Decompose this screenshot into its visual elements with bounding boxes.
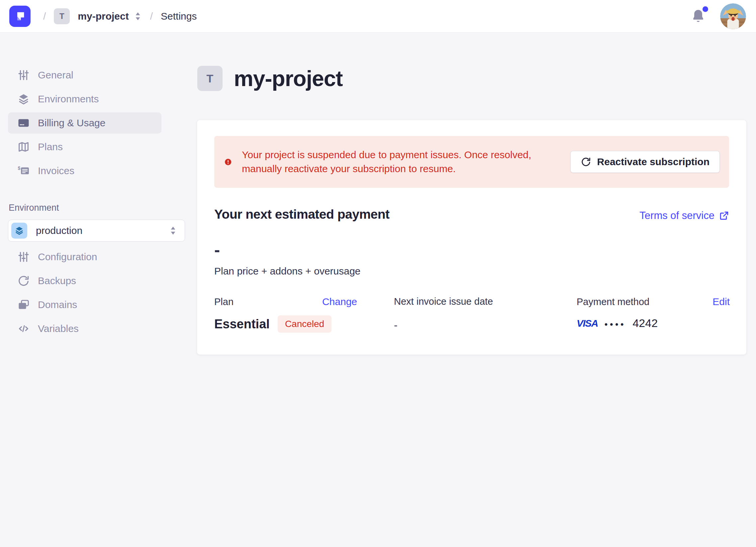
sliders-icon (17, 250, 30, 263)
project-initial-badge: T (54, 8, 70, 24)
receipt-icon: $ (17, 164, 30, 177)
visa-logo: VISA (577, 318, 598, 329)
sidebar-item-label: Configuration (38, 251, 97, 262)
refresh-icon (581, 156, 591, 167)
breadcrumb-current-page: Settings (161, 11, 197, 22)
payment-method-column: Payment method Edit VISA •••• 4242 (577, 296, 730, 333)
edit-payment-method-link[interactable]: Edit (712, 296, 730, 308)
layers-icon (14, 226, 24, 235)
sliders-icon (17, 69, 30, 81)
sidebar-item-label: General (38, 69, 73, 81)
sidebar-item-variables[interactable]: Variables (8, 318, 161, 339)
windows-icon (17, 299, 30, 311)
sidebar-item-environments[interactable]: Environments (8, 88, 161, 110)
sort-arrows-icon (169, 225, 177, 236)
notification-unread-dot (703, 6, 708, 12)
sidebar-item-label: Environments (38, 93, 99, 105)
credit-card-icon (17, 117, 30, 129)
sidebar-item-label: Domains (38, 299, 77, 311)
project-switcher-label: my-project (78, 11, 129, 22)
project-switcher[interactable]: my-project (78, 11, 142, 22)
external-link-icon (719, 211, 729, 221)
user-avatar[interactable] (720, 3, 746, 29)
sidebar-item-backups[interactable]: Backups (8, 270, 161, 292)
page-title-row: T my-project (197, 66, 756, 91)
sidebar-item-label: Invoices (38, 165, 74, 176)
plan-label: Plan (214, 297, 234, 308)
next-invoice-label: Next invoice issue date (394, 296, 493, 307)
sort-arrows-icon (134, 11, 142, 21)
billing-card: Your project is suspended due to payment… (197, 120, 747, 355)
environment-select[interactable]: production (8, 220, 185, 241)
card-last4: 4242 (632, 317, 658, 330)
breadcrumb: / T my-project / Settings (43, 8, 197, 24)
suspended-alert: Your project is suspended due to payment… (214, 136, 729, 188)
next-invoice-value: - (394, 319, 577, 331)
terms-of-service-link[interactable]: Terms of service (639, 210, 729, 222)
top-bar: / T my-project / Settings (0, 0, 756, 33)
next-invoice-column: Next invoice issue date - (394, 296, 577, 333)
settings-sidebar: General Environments Billing & Usage Pla… (0, 33, 186, 342)
payment-formula: Plan price + addons + overusage (214, 265, 729, 277)
strapi-cloud-logo[interactable] (9, 6, 31, 27)
change-plan-link[interactable]: Change (322, 296, 357, 308)
sidebar-item-label: Backups (38, 275, 76, 287)
main-content: T my-project Your project is suspended d… (186, 33, 756, 355)
svg-text:$: $ (18, 165, 21, 171)
sidebar-item-label: Billing & Usage (38, 117, 105, 129)
payment-heading-row: Your next estimated payment Terms of ser… (214, 207, 729, 222)
refresh-icon (17, 275, 30, 287)
billing-details-row: Plan Change Essential Canceled Next invo… (214, 296, 729, 333)
layers-icon (17, 93, 30, 105)
terms-link-label: Terms of service (639, 210, 714, 222)
exclamation-circle-icon (224, 156, 232, 168)
reactivate-button-label: Reactivate subscription (597, 156, 709, 167)
header-actions (691, 3, 746, 29)
map-icon (17, 140, 30, 153)
avatar-image (720, 3, 746, 29)
payment-method-label: Payment method (577, 297, 649, 308)
sidebar-item-domains[interactable]: Domains (8, 294, 161, 316)
sidebar-item-label: Plans (38, 141, 63, 152)
alert-message: Your project is suspended due to payment… (242, 148, 560, 176)
plan-column: Plan Change Essential Canceled (214, 296, 394, 333)
sidebar-item-plans[interactable]: Plans (8, 136, 161, 157)
sidebar-item-configuration[interactable]: Configuration (8, 246, 161, 267)
breadcrumb-separator: / (43, 11, 46, 22)
environment-nav: Configuration Backups Domains Variables (8, 246, 186, 339)
card-mask-dots: •••• (605, 318, 626, 329)
logo-flag-icon (13, 9, 27, 24)
estimated-payment-amount: - (214, 243, 729, 256)
sidebar-item-invoices[interactable]: $ Invoices (8, 160, 161, 181)
page-title: my-project (234, 66, 342, 91)
code-icon (17, 322, 30, 335)
next-payment-heading: Your next estimated payment (214, 207, 390, 222)
environment-icon-tile (11, 223, 27, 238)
reactivate-subscription-button[interactable]: Reactivate subscription (570, 151, 720, 173)
plan-status-badge: Canceled (278, 316, 331, 333)
environment-section-label: Environment (9, 203, 186, 213)
sidebar-item-general[interactable]: General (8, 64, 161, 86)
sidebar-item-label: Variables (38, 323, 79, 334)
sidebar-item-billing-usage[interactable]: Billing & Usage (8, 112, 161, 134)
notifications-button[interactable] (691, 8, 706, 24)
breadcrumb-separator: / (150, 11, 153, 22)
project-initial-badge-large: T (197, 66, 223, 91)
plan-name: Essential (214, 317, 270, 331)
environment-select-value: production (36, 225, 82, 236)
